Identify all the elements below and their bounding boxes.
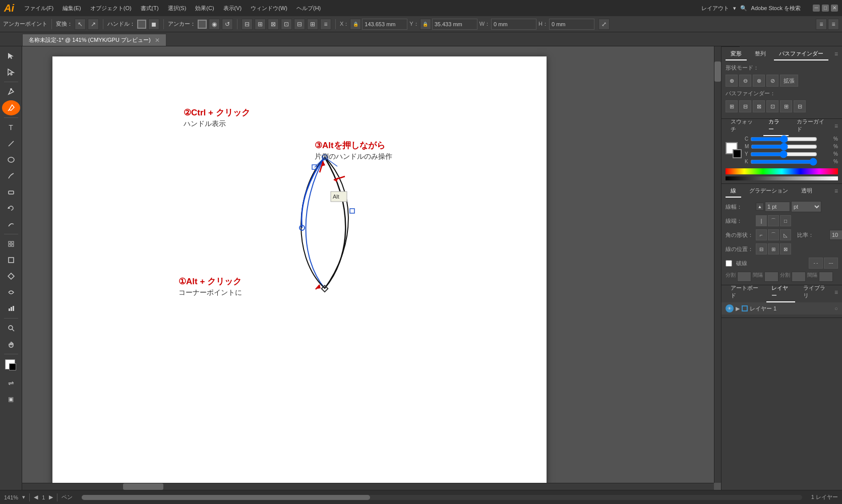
stroke-panel-menu[interactable]: ≡ — [834, 187, 838, 195]
tab-close-btn[interactable]: ✕ — [155, 37, 160, 44]
vertical-scrollbar[interactable] — [714, 46, 721, 483]
handle-style-btn[interactable]: ◼ — [148, 19, 159, 30]
stroke-width-down[interactable]: ▲ — [756, 203, 764, 211]
shape-expand[interactable]: 拡張 — [780, 75, 798, 87]
tool-pencil[interactable] — [2, 168, 20, 183]
timeline-scrubber[interactable] — [82, 495, 802, 500]
dash-2[interactable] — [792, 272, 806, 282]
tab-align[interactable]: 整列 — [750, 48, 771, 60]
color-panel-menu[interactable]: ≡ — [834, 122, 838, 130]
zoom-chevron[interactable]: ▾ — [22, 494, 25, 500]
menu-type[interactable]: 書式(T) — [137, 3, 163, 14]
dash-option-2[interactable]: --- — [824, 258, 838, 269]
expand-icon[interactable]: ⤢ — [598, 19, 610, 30]
tool-grid[interactable] — [2, 236, 20, 251]
tool-gradient[interactable]: ▣ — [2, 392, 20, 407]
tool-hand[interactable] — [2, 337, 20, 352]
transform-btn-1[interactable]: ↖ — [75, 19, 86, 30]
tool-rotate[interactable] — [2, 201, 20, 216]
anchor-color-btn[interactable] — [198, 20, 207, 29]
tool-chart[interactable] — [2, 301, 20, 316]
menu-object[interactable]: オブジェクト(O) — [86, 3, 136, 14]
shape-intersect[interactable]: ⊗ — [753, 75, 765, 87]
menu-view[interactable]: 表示(V) — [219, 3, 246, 14]
tool-zoom[interactable] — [2, 321, 20, 336]
align-btn-5[interactable]: ⊟ — [294, 19, 305, 30]
align-btn-2[interactable]: ⊞ — [255, 19, 266, 30]
layer-lock-icon[interactable]: ○ — [834, 305, 838, 311]
layers-panel-menu[interactable]: ≡ — [834, 289, 838, 296]
pf-outline[interactable]: ⊞ — [780, 100, 792, 112]
align-btn-6[interactable]: ⊞ — [307, 19, 318, 30]
transform-btn-2[interactable]: ↗ — [88, 19, 99, 30]
cap-square[interactable]: □ — [780, 215, 791, 226]
stroke-swatch[interactable] — [733, 149, 742, 158]
pf-crop[interactable]: ⊡ — [766, 100, 778, 112]
align-btn-1[interactable]: ⊟ — [242, 19, 253, 30]
distribute-btn-1[interactable]: ≡ — [320, 19, 331, 30]
cap-round[interactable]: ⌒ — [768, 215, 779, 226]
panel-menu-btn-1[interactable]: ≡ — [816, 19, 827, 30]
layer-visibility-toggle[interactable]: 👁 — [726, 304, 734, 312]
pos-outside[interactable]: ⊠ — [780, 243, 791, 255]
tool-reshape[interactable] — [2, 285, 20, 300]
gap-1[interactable] — [764, 272, 778, 282]
menu-edit[interactable]: 編集(E) — [58, 3, 85, 14]
dash-option-1[interactable]: - - — [809, 258, 823, 269]
h-input[interactable] — [549, 19, 594, 30]
gap-2[interactable] — [819, 272, 833, 282]
tool-pen[interactable] — [2, 84, 20, 99]
corner-bevel[interactable]: ◺ — [780, 229, 791, 240]
horizontal-scrollbar[interactable] — [22, 483, 714, 490]
corner-miter[interactable]: ⌐ — [756, 229, 767, 240]
shape-exclude[interactable]: ⊘ — [766, 75, 778, 87]
menu-window[interactable]: ウィンドウ(W) — [247, 3, 291, 14]
panel-menu-btn-2[interactable]: ≡ — [828, 19, 839, 30]
pf-divide[interactable]: ⊞ — [726, 100, 738, 112]
dashed-checkbox[interactable] — [726, 260, 732, 267]
pf-trim[interactable]: ⊟ — [739, 100, 751, 112]
next-page-btn[interactable]: ▶ — [49, 494, 53, 500]
document-tab[interactable]: 名称未設定-1* @ 141% (CMYK/GPU プレビュー) ✕ — [22, 34, 166, 46]
tool-text[interactable]: T — [2, 120, 20, 135]
tool-line[interactable] — [2, 136, 20, 151]
panel-menu-icon[interactable]: ≡ — [834, 50, 838, 57]
tool-direct-select[interactable] — [2, 65, 20, 80]
tab-artboard[interactable]: アートボード — [726, 282, 763, 302]
tab-pathfinder[interactable]: パスファインダー — [774, 48, 828, 60]
ratio-input[interactable] — [829, 230, 842, 240]
menu-effect[interactable]: 効果(C) — [191, 3, 218, 14]
pf-minus-back[interactable]: ⊟ — [794, 100, 806, 112]
win-maximize[interactable]: □ — [822, 5, 829, 12]
tab-transform[interactable]: 変形 — [726, 48, 747, 60]
tool-select[interactable] — [2, 48, 20, 64]
layer-item-1[interactable]: 👁 ▶ レイヤー 1 ○ — [721, 302, 842, 314]
pos-center[interactable]: ⊟ — [756, 243, 767, 255]
win-close[interactable]: ✕ — [831, 5, 838, 12]
tool-transform[interactable] — [2, 269, 20, 284]
m-slider[interactable] — [751, 145, 817, 149]
align-btn-3[interactable]: ⊠ — [268, 19, 279, 30]
lightness-bar[interactable] — [726, 176, 838, 180]
tab-color[interactable]: カラー — [763, 116, 789, 136]
zoom-level[interactable]: 141% — [4, 494, 18, 500]
shape-minus[interactable]: ⊖ — [739, 75, 751, 87]
color-spectrum[interactable] — [726, 168, 838, 174]
stroke-width-input[interactable] — [765, 202, 790, 212]
stroke-unit-select[interactable]: pt — [791, 201, 821, 212]
align-btn-4[interactable]: ⊡ — [281, 19, 292, 30]
pf-merge[interactable]: ⊠ — [753, 100, 765, 112]
tab-color-guide[interactable]: カラーガイド — [792, 116, 831, 136]
anchor-style-btn[interactable]: ◉ — [209, 19, 220, 30]
handle-color-btn[interactable] — [137, 20, 146, 29]
tab-library[interactable]: ライブラリ — [798, 282, 831, 302]
dash-1[interactable] — [737, 272, 751, 282]
tool-rect[interactable] — [2, 253, 20, 268]
anchor-convert-btn[interactable]: ↺ — [222, 19, 233, 30]
tool-pen-active[interactable] — [2, 100, 20, 115]
tab-transparency[interactable]: 透明 — [796, 185, 817, 198]
tab-stroke[interactable]: 線 — [726, 185, 741, 198]
tool-ellipse[interactable] — [2, 152, 20, 167]
c-slider[interactable] — [750, 137, 817, 141]
fill-stroke-icons[interactable] — [2, 356, 20, 374]
